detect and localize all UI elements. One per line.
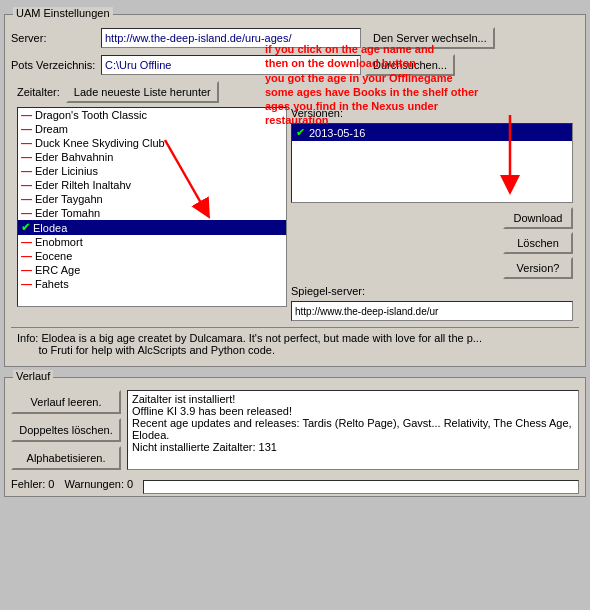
leeren-button[interactable]: Verlauf leeren.	[11, 390, 121, 414]
pots-input[interactable]	[101, 55, 361, 75]
age-name: Fahets	[35, 278, 69, 290]
right-panel: Versionen: ✔ 2013-05-16 Download Löschen…	[291, 107, 573, 321]
ages-list-item[interactable]: — Eocene	[18, 249, 286, 263]
ages-list-item[interactable]: ✔ Elodea	[18, 220, 286, 235]
ages-list-item[interactable]: — Enobmort	[18, 235, 286, 249]
ages-list-item[interactable]: — Fahets	[18, 277, 286, 291]
age-name: Eder Licinius	[35, 165, 98, 177]
status-bar: Fehler: 0 Warnungen: 0	[5, 476, 585, 496]
alpha-button[interactable]: Alphabetisieren.	[11, 446, 121, 470]
browse-button[interactable]: Durchsuchen...	[365, 54, 455, 76]
age-name: Elodea	[33, 222, 67, 234]
info-section: Info: Elodea is a big age createt by Dul…	[11, 327, 579, 360]
server-input[interactable]	[101, 28, 361, 48]
spiegel-label: Spiegel-server:	[291, 285, 573, 297]
ages-list-item[interactable]: — Eder Taygahn	[18, 192, 286, 206]
age-name: Dragon's Tooth Classic	[35, 109, 147, 121]
ages-list-item[interactable]: — Eder Licinius	[18, 164, 286, 178]
info-text: Elodea is a big age createt by Dulcamara…	[17, 332, 482, 356]
age-name: Eder Tomahn	[35, 207, 100, 219]
age-name: Eder Bahvahnin	[35, 151, 113, 163]
info-label: Info:	[17, 332, 38, 344]
spiegel-input[interactable]	[291, 301, 573, 321]
zeitalter-label: Zeitalter:	[17, 86, 60, 98]
loeschen-button[interactable]: Löschen	[503, 232, 573, 254]
uam-group: UAM Einstellungen Server: Den Server wec…	[4, 14, 586, 367]
download-button[interactable]: Download	[503, 207, 573, 229]
load-list-button[interactable]: Lade neueste Liste herunter	[66, 81, 219, 103]
server-row: Server: Den Server wechseln...	[11, 27, 579, 49]
doppelt-button[interactable]: Doppeltes löschen.	[11, 418, 121, 442]
uam-group-title: UAM Einstellungen	[13, 7, 113, 19]
main-container: UAM Einstellungen Server: Den Server wec…	[0, 0, 590, 610]
zeitalter-row: Zeitalter: Lade neueste Liste herunter	[11, 81, 579, 103]
age-name: Dream	[35, 123, 68, 135]
age-name: Eocene	[35, 250, 72, 262]
ages-list: — Dragon's Tooth Classic— Dream— Duck Kn…	[18, 108, 286, 291]
verlauf-title: Verlauf	[13, 370, 53, 382]
pots-label: Pots Verzeichnis:	[11, 59, 101, 71]
ages-list-item[interactable]: — Eder Rilteh Inaltahv	[18, 178, 286, 192]
verlauf-section: Verlauf Verlauf leeren. Doppeltes lösche…	[4, 377, 586, 497]
versionen-list[interactable]: ✔ 2013-05-16	[291, 123, 573, 203]
action-buttons: Download Löschen Version?	[291, 207, 573, 279]
pots-row: Pots Verzeichnis: Durchsuchen...	[11, 54, 579, 76]
versionen-label: Versionen:	[291, 107, 573, 119]
versionen-item[interactable]: ✔ 2013-05-16	[292, 124, 572, 141]
age-name: ERC Age	[35, 264, 80, 276]
fehler-label: Fehler: 0	[11, 478, 54, 494]
versionen-date: 2013-05-16	[309, 127, 365, 139]
server-label: Server:	[11, 32, 101, 44]
ages-list-item[interactable]: — ERC Age	[18, 263, 286, 277]
ages-list-container[interactable]: — Dragon's Tooth Classic— Dream— Duck Kn…	[17, 107, 287, 307]
age-name: Eder Rilteh Inaltahv	[35, 179, 131, 191]
version-button[interactable]: Version?	[503, 257, 573, 279]
verlauf-buttons: Verlauf leeren. Doppeltes löschen. Alpha…	[11, 390, 121, 470]
ages-list-item[interactable]: — Eder Tomahn	[18, 206, 286, 220]
age-name: Duck Knee Skydiving Club	[35, 137, 165, 149]
age-name: Enobmort	[35, 236, 83, 248]
change-server-button[interactable]: Den Server wechseln...	[365, 27, 495, 49]
ages-list-item[interactable]: — Dragon's Tooth Classic	[18, 108, 286, 122]
ages-list-item[interactable]: — Eder Bahvahnin	[18, 150, 286, 164]
warnungen-label: Warnungen: 0	[64, 478, 133, 494]
age-name: Eder Taygahn	[35, 193, 103, 205]
progress-bar	[143, 480, 579, 494]
verlauf-log[interactable]: Zaitalter ist installiert! Offline KI 3.…	[127, 390, 579, 470]
ages-list-item[interactable]: — Duck Knee Skydiving Club	[18, 136, 286, 150]
middle-section: — Dragon's Tooth Classic— Dream— Duck Kn…	[11, 107, 579, 327]
ages-list-item[interactable]: — Dream	[18, 122, 286, 136]
